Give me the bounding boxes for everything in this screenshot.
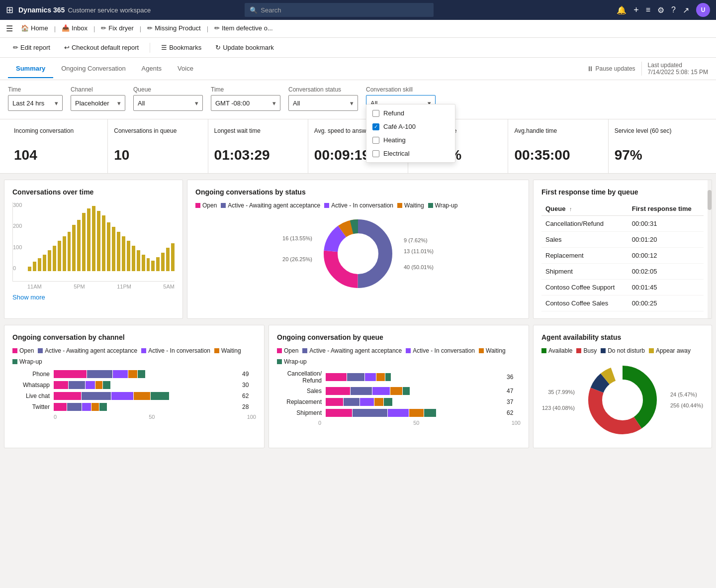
skill-option-electrical[interactable]: Electrical (366, 147, 455, 160)
skill-option-cafe[interactable]: ✓ Café A-100 (366, 120, 455, 133)
filter-conv-status: Conversation status All ▾ (288, 86, 358, 111)
tab-agents[interactable]: Agents (134, 60, 170, 78)
notification-icon[interactable]: 🔔 (617, 5, 626, 15)
main-tabs: Summary Ongoing Conversation Agents Voic… (8, 60, 201, 78)
tab-summary[interactable]: Summary (8, 60, 53, 78)
channel-bar-row: Phone49 (12, 370, 256, 378)
edit-icon-2: ✏ (147, 24, 153, 32)
search-icon: 🔍 (250, 6, 258, 14)
breadcrumb-home[interactable]: 🏠 Home (17, 20, 52, 38)
col-queue-header[interactable]: Queue ↑ (541, 202, 628, 216)
ch-legend-wrapup-sq (12, 359, 17, 364)
skill-label-heating: Heating (383, 136, 406, 144)
filter-time2-value: GMT -08:00 (215, 99, 250, 107)
edit-icon-3: ✏ (214, 24, 220, 32)
charts-row-2: Ongoing conversation by channel Open Act… (0, 325, 716, 452)
scrollbar[interactable] (708, 180, 712, 318)
q-legend-open-sq (277, 348, 282, 353)
filter-conv-status-select[interactable]: All ▾ (288, 95, 358, 111)
donut-right-labels: 9 (7.62%) 13 (11.01%) 40 (50.01%) (404, 237, 434, 270)
add-icon[interactable]: + (633, 5, 639, 15)
legend-open: Open (195, 202, 217, 209)
y-axis-labels: 300 200 100 0 (13, 202, 22, 271)
breadcrumb-item-defective[interactable]: ✏ Item defective o... (210, 20, 277, 38)
bar-segment (54, 403, 67, 411)
filter-channel-select[interactable]: Placeholder ▾ (71, 95, 125, 111)
svg-point-5 (338, 234, 378, 274)
skill-label-refund: Refund (383, 109, 404, 117)
skill-checkbox-heating[interactable] (372, 137, 379, 144)
checkout-report-button[interactable]: ↩ Checkout default report (59, 41, 144, 55)
legend-active-conv: Active - In conversation (324, 202, 393, 209)
kpi-incoming-conversation: Incoming conversation 104 (8, 119, 108, 173)
agent-label-256: 256 (40.44%) (670, 402, 703, 408)
bar-segment (347, 373, 364, 381)
share-icon[interactable]: ↗ (683, 5, 689, 15)
filter-time-select[interactable]: Last 24 hrs ▾ (8, 95, 63, 111)
pause-icon: ⏸ (587, 65, 594, 73)
bar-segment (111, 392, 133, 400)
agent-dnd-sq (601, 348, 606, 353)
q-legend-open: Open (277, 347, 298, 354)
filter-queue-value: All (138, 99, 145, 107)
search-input[interactable] (261, 6, 429, 14)
filter-icon[interactable]: ≡ (646, 5, 650, 14)
agent-avail-title: Agent availability status (541, 333, 704, 341)
breadcrumb-missing-product[interactable]: ✏ Missing Product (143, 20, 204, 38)
tab-ongoing-conversation[interactable]: Ongoing Conversation (53, 60, 133, 78)
edit-report-button[interactable]: ✏ Edit report (8, 41, 55, 55)
skill-option-refund[interactable]: Refund (366, 106, 455, 120)
filter-queue-select[interactable]: All ▾ (133, 95, 203, 111)
ch-legend-conv-sq (141, 348, 146, 353)
hamburger-button[interactable]: ☰ (4, 22, 15, 35)
filter-time2-select[interactable]: GMT -08:00 ▾ (211, 95, 280, 111)
avatar[interactable]: U (696, 3, 710, 17)
bookmarks-button[interactable]: ☰ Bookmarks (156, 41, 206, 55)
filter-time-label: Time (8, 86, 63, 93)
svg-point-10 (603, 380, 642, 420)
skill-checkbox-refund[interactable] (372, 110, 379, 117)
agent-donut-svg (583, 360, 662, 440)
bar-item (77, 220, 81, 271)
show-more-button[interactable]: Show more (12, 294, 45, 301)
edit-icon-1: ✏ (101, 24, 106, 32)
help-icon[interactable]: ? (671, 5, 676, 14)
waffle-icon[interactable]: ⊞ (6, 4, 13, 15)
breadcrumb-sep-2: | (93, 25, 95, 32)
q-legend-waiting: Waiting (479, 347, 506, 354)
legend-wrapup: Wrap-up (428, 202, 458, 209)
col-time-header[interactable]: First response time (628, 202, 704, 216)
queue-bar-row: Replacement37 (277, 398, 521, 406)
bar-segment (374, 398, 383, 406)
update-bookmark-button[interactable]: ↻ Update bookmark (210, 41, 279, 55)
agent-legend: Available Busy Do not disturb Appear awa… (541, 347, 704, 354)
breadcrumb-inbox[interactable]: 📥 Inbox (58, 20, 91, 38)
skill-checkbox-electrical[interactable] (372, 150, 379, 157)
sort-icon: ↑ (569, 206, 572, 212)
channel-bars: Phone49Whatsapp30Live chat62Twitter28 (12, 370, 256, 411)
bar-segment (87, 370, 112, 378)
bar-item (82, 213, 86, 271)
bar-segment (376, 373, 385, 381)
queue-bar-label: Replacement (277, 398, 322, 405)
settings-icon[interactable]: ⚙ (657, 5, 664, 15)
bar-item (112, 227, 115, 271)
bar-chart-inner: 300 200 100 0 (12, 202, 175, 282)
skill-checkbox-cafe[interactable]: ✓ (372, 123, 379, 130)
search-box[interactable]: 🔍 (245, 3, 434, 17)
table-row: Shipment00:02:05 (541, 264, 704, 280)
ch-legend-wrapup: Wrap-up (12, 358, 42, 365)
bar-segment (403, 387, 410, 395)
tab-voice[interactable]: Voice (170, 60, 201, 78)
action-separator-1 (150, 43, 150, 53)
bar-segment (388, 409, 409, 417)
ongoing-by-queue-panel: Ongoing conversation by queue Open Activ… (268, 325, 529, 448)
legend-open-label: Open (202, 202, 217, 209)
skill-option-heating[interactable]: Heating (366, 133, 455, 147)
bar-item (127, 241, 130, 271)
pause-updates-button[interactable]: ⏸ Pause updates (587, 65, 635, 73)
first-response-panel: First response time by queue Queue ↑ Fir… (533, 180, 712, 319)
agent-right-labels: 24 (5.47%) 256 (40.44%) (670, 392, 703, 408)
filter-time2-label: Time (211, 86, 280, 93)
breadcrumb-fix-dryer[interactable]: ✏ Fix dryer (97, 20, 138, 38)
